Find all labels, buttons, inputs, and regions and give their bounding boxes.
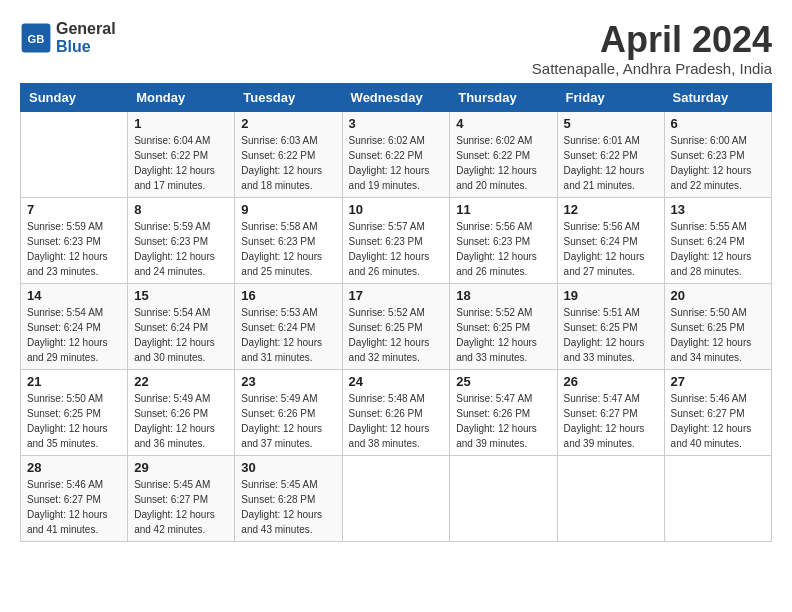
location-subtitle: Sattenapalle, Andhra Pradesh, India (532, 60, 772, 77)
calendar-cell: 19Sunrise: 5:51 AM Sunset: 6:25 PM Dayli… (557, 283, 664, 369)
week-row-1: 7Sunrise: 5:59 AM Sunset: 6:23 PM Daylig… (21, 197, 772, 283)
day-number: 15 (134, 288, 228, 303)
calendar-cell: 18Sunrise: 5:52 AM Sunset: 6:25 PM Dayli… (450, 283, 557, 369)
calendar-cell: 1Sunrise: 6:04 AM Sunset: 6:22 PM Daylig… (128, 111, 235, 197)
week-row-4: 28Sunrise: 5:46 AM Sunset: 6:27 PM Dayli… (21, 455, 772, 541)
calendar-cell (664, 455, 771, 541)
day-info: Sunrise: 5:51 AM Sunset: 6:25 PM Dayligh… (564, 305, 658, 365)
header-day-monday: Monday (128, 83, 235, 111)
header-day-wednesday: Wednesday (342, 83, 450, 111)
calendar-cell: 25Sunrise: 5:47 AM Sunset: 6:26 PM Dayli… (450, 369, 557, 455)
day-info: Sunrise: 5:54 AM Sunset: 6:24 PM Dayligh… (27, 305, 121, 365)
calendar-cell: 6Sunrise: 6:00 AM Sunset: 6:23 PM Daylig… (664, 111, 771, 197)
day-info: Sunrise: 6:00 AM Sunset: 6:23 PM Dayligh… (671, 133, 765, 193)
calendar-cell: 14Sunrise: 5:54 AM Sunset: 6:24 PM Dayli… (21, 283, 128, 369)
calendar-cell: 24Sunrise: 5:48 AM Sunset: 6:26 PM Dayli… (342, 369, 450, 455)
day-number: 5 (564, 116, 658, 131)
calendar-cell (342, 455, 450, 541)
day-info: Sunrise: 5:46 AM Sunset: 6:27 PM Dayligh… (671, 391, 765, 451)
day-number: 24 (349, 374, 444, 389)
calendar-cell: 17Sunrise: 5:52 AM Sunset: 6:25 PM Dayli… (342, 283, 450, 369)
logo-icon: GB (20, 22, 52, 54)
day-number: 18 (456, 288, 550, 303)
day-number: 8 (134, 202, 228, 217)
day-number: 30 (241, 460, 335, 475)
day-number: 13 (671, 202, 765, 217)
calendar-cell: 23Sunrise: 5:49 AM Sunset: 6:26 PM Dayli… (235, 369, 342, 455)
day-info: Sunrise: 5:57 AM Sunset: 6:23 PM Dayligh… (349, 219, 444, 279)
day-info: Sunrise: 5:53 AM Sunset: 6:24 PM Dayligh… (241, 305, 335, 365)
calendar-header-row: SundayMondayTuesdayWednesdayThursdayFrid… (21, 83, 772, 111)
day-info: Sunrise: 5:49 AM Sunset: 6:26 PM Dayligh… (241, 391, 335, 451)
calendar-cell: 29Sunrise: 5:45 AM Sunset: 6:27 PM Dayli… (128, 455, 235, 541)
day-number: 28 (27, 460, 121, 475)
day-number: 12 (564, 202, 658, 217)
header-day-saturday: Saturday (664, 83, 771, 111)
calendar-cell: 4Sunrise: 6:02 AM Sunset: 6:22 PM Daylig… (450, 111, 557, 197)
calendar-cell (450, 455, 557, 541)
calendar-cell: 16Sunrise: 5:53 AM Sunset: 6:24 PM Dayli… (235, 283, 342, 369)
calendar-cell: 30Sunrise: 5:45 AM Sunset: 6:28 PM Dayli… (235, 455, 342, 541)
day-info: Sunrise: 5:47 AM Sunset: 6:27 PM Dayligh… (564, 391, 658, 451)
calendar-cell: 2Sunrise: 6:03 AM Sunset: 6:22 PM Daylig… (235, 111, 342, 197)
day-info: Sunrise: 6:03 AM Sunset: 6:22 PM Dayligh… (241, 133, 335, 193)
week-row-3: 21Sunrise: 5:50 AM Sunset: 6:25 PM Dayli… (21, 369, 772, 455)
calendar-cell: 28Sunrise: 5:46 AM Sunset: 6:27 PM Dayli… (21, 455, 128, 541)
title-block: April 2024 Sattenapalle, Andhra Pradesh,… (532, 20, 772, 77)
day-number: 29 (134, 460, 228, 475)
day-info: Sunrise: 5:50 AM Sunset: 6:25 PM Dayligh… (671, 305, 765, 365)
month-title: April 2024 (532, 20, 772, 60)
day-info: Sunrise: 6:02 AM Sunset: 6:22 PM Dayligh… (349, 133, 444, 193)
day-number: 14 (27, 288, 121, 303)
day-info: Sunrise: 5:45 AM Sunset: 6:27 PM Dayligh… (134, 477, 228, 537)
day-info: Sunrise: 5:50 AM Sunset: 6:25 PM Dayligh… (27, 391, 121, 451)
day-number: 22 (134, 374, 228, 389)
day-info: Sunrise: 5:54 AM Sunset: 6:24 PM Dayligh… (134, 305, 228, 365)
calendar-cell: 5Sunrise: 6:01 AM Sunset: 6:22 PM Daylig… (557, 111, 664, 197)
day-info: Sunrise: 5:46 AM Sunset: 6:27 PM Dayligh… (27, 477, 121, 537)
day-number: 23 (241, 374, 335, 389)
day-number: 7 (27, 202, 121, 217)
calendar-body: 1Sunrise: 6:04 AM Sunset: 6:22 PM Daylig… (21, 111, 772, 541)
header-day-friday: Friday (557, 83, 664, 111)
calendar-cell: 20Sunrise: 5:50 AM Sunset: 6:25 PM Dayli… (664, 283, 771, 369)
calendar-cell: 3Sunrise: 6:02 AM Sunset: 6:22 PM Daylig… (342, 111, 450, 197)
week-row-2: 14Sunrise: 5:54 AM Sunset: 6:24 PM Dayli… (21, 283, 772, 369)
day-number: 4 (456, 116, 550, 131)
calendar-cell: 26Sunrise: 5:47 AM Sunset: 6:27 PM Dayli… (557, 369, 664, 455)
day-info: Sunrise: 6:01 AM Sunset: 6:22 PM Dayligh… (564, 133, 658, 193)
day-number: 19 (564, 288, 658, 303)
day-number: 26 (564, 374, 658, 389)
day-number: 21 (27, 374, 121, 389)
day-info: Sunrise: 5:45 AM Sunset: 6:28 PM Dayligh… (241, 477, 335, 537)
svg-text:GB: GB (28, 32, 45, 44)
header-day-tuesday: Tuesday (235, 83, 342, 111)
day-info: Sunrise: 5:59 AM Sunset: 6:23 PM Dayligh… (134, 219, 228, 279)
day-number: 16 (241, 288, 335, 303)
day-info: Sunrise: 5:55 AM Sunset: 6:24 PM Dayligh… (671, 219, 765, 279)
calendar-cell: 12Sunrise: 5:56 AM Sunset: 6:24 PM Dayli… (557, 197, 664, 283)
calendar-cell (21, 111, 128, 197)
day-number: 10 (349, 202, 444, 217)
day-number: 20 (671, 288, 765, 303)
day-number: 27 (671, 374, 765, 389)
calendar-cell: 9Sunrise: 5:58 AM Sunset: 6:23 PM Daylig… (235, 197, 342, 283)
header-day-sunday: Sunday (21, 83, 128, 111)
week-row-0: 1Sunrise: 6:04 AM Sunset: 6:22 PM Daylig… (21, 111, 772, 197)
day-number: 6 (671, 116, 765, 131)
day-number: 3 (349, 116, 444, 131)
day-info: Sunrise: 6:04 AM Sunset: 6:22 PM Dayligh… (134, 133, 228, 193)
calendar-cell: 13Sunrise: 5:55 AM Sunset: 6:24 PM Dayli… (664, 197, 771, 283)
day-number: 25 (456, 374, 550, 389)
day-info: Sunrise: 5:56 AM Sunset: 6:23 PM Dayligh… (456, 219, 550, 279)
day-number: 1 (134, 116, 228, 131)
day-info: Sunrise: 6:02 AM Sunset: 6:22 PM Dayligh… (456, 133, 550, 193)
day-info: Sunrise: 5:48 AM Sunset: 6:26 PM Dayligh… (349, 391, 444, 451)
day-number: 9 (241, 202, 335, 217)
page-header: GB General Blue April 2024 Sattenapalle,… (20, 20, 772, 77)
day-info: Sunrise: 5:59 AM Sunset: 6:23 PM Dayligh… (27, 219, 121, 279)
calendar-cell: 7Sunrise: 5:59 AM Sunset: 6:23 PM Daylig… (21, 197, 128, 283)
day-number: 17 (349, 288, 444, 303)
day-info: Sunrise: 5:47 AM Sunset: 6:26 PM Dayligh… (456, 391, 550, 451)
calendar-cell: 10Sunrise: 5:57 AM Sunset: 6:23 PM Dayli… (342, 197, 450, 283)
